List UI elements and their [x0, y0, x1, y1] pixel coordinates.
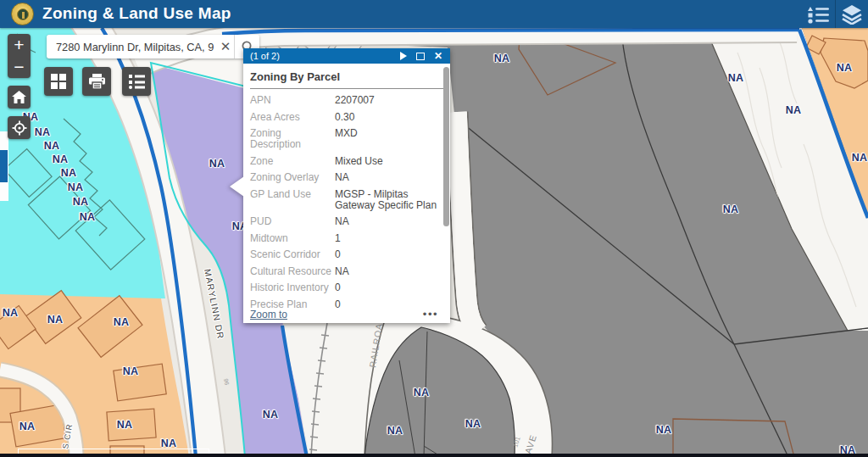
- legend-icon: [808, 5, 830, 24]
- app-title: Zoning & Land Use Map: [42, 0, 231, 27]
- printer-icon: [88, 74, 106, 90]
- field-value: NA: [335, 266, 448, 277]
- field-label: Zoning Overlay: [250, 172, 332, 183]
- field-label: Scenic Corridor: [250, 249, 332, 260]
- popup-pager: (1 of 2): [243, 51, 400, 61]
- print-button[interactable]: [82, 67, 111, 96]
- popup-next-icon[interactable]: [400, 52, 407, 60]
- popup-scrollbar[interactable]: [443, 65, 449, 320]
- popup-field-row: Zoning OverlayNA: [250, 172, 448, 183]
- side-scrollbar[interactable]: [0, 131, 8, 201]
- popup-field-row: Cultural ResourceNA: [250, 266, 448, 277]
- field-value: MGSP - Milpitas Gateway Specific Plan: [335, 189, 448, 211]
- popup-header-icons: ✕: [400, 52, 450, 60]
- popup-maximize-icon[interactable]: [416, 53, 425, 60]
- popup-scrollbar-thumb[interactable]: [443, 67, 449, 226]
- field-label: Area Acres: [250, 112, 332, 123]
- field-value: NA: [335, 172, 448, 183]
- header-actions: [803, 0, 868, 28]
- zoom-in-button[interactable]: +: [8, 34, 31, 56]
- popup-footer: Zoom to •••: [250, 309, 438, 320]
- field-value: 1: [335, 233, 448, 244]
- popup-anchor: [230, 176, 244, 197]
- field-label: Zone: [250, 156, 332, 167]
- popup-zoning-by-parcel: (1 of 2) ✕ Zoning By Parcel APN2207007Ar…: [243, 48, 450, 323]
- popup-field-row: Scenic Corridor0: [250, 249, 448, 260]
- popup-field-row: Midtown1: [250, 233, 448, 244]
- field-label: Zoning Description: [250, 128, 332, 150]
- legend-list-icon: [128, 74, 146, 90]
- popup-fields: APN2207007Area Acres0.30Zoning Descripti…: [250, 95, 448, 310]
- layers-button[interactable]: [836, 0, 868, 28]
- locate-crosshair-icon: [12, 120, 27, 136]
- zoom-control: + −: [8, 34, 31, 78]
- field-label: Midtown: [250, 233, 332, 244]
- basemap-grid-icon: [50, 73, 67, 90]
- field-label: GP Land Use: [250, 189, 332, 211]
- search-clear-icon[interactable]: ✕: [217, 35, 234, 59]
- street-label-96: 96: [223, 378, 230, 386]
- home-button[interactable]: [8, 86, 31, 109]
- app-header: Zoning & Land Use Map: [0, 0, 868, 28]
- field-label: APN: [250, 95, 332, 106]
- popup-title: Zoning By Parcel: [243, 64, 450, 83]
- popup-body: Zoning By Parcel APN2207007Area Acres0.3…: [243, 64, 450, 323]
- field-value: NA: [335, 216, 448, 227]
- locate-button[interactable]: [8, 116, 31, 139]
- field-value: 2207007: [335, 95, 448, 106]
- popup-divider: [250, 88, 443, 89]
- layers-icon: [840, 4, 864, 25]
- popup-field-row: GP Land UseMGSP - Milpitas Gateway Speci…: [250, 189, 448, 211]
- attribute-table-bar[interactable]: [0, 454, 868, 457]
- side-scrollbar-thumb[interactable]: [0, 150, 8, 182]
- field-label: Historic Inventory: [250, 282, 332, 293]
- zoom-out-button[interactable]: −: [8, 56, 31, 78]
- popup-field-row: PUDNA: [250, 216, 448, 227]
- field-value: 0.30: [335, 112, 448, 123]
- home-icon: [12, 91, 26, 104]
- field-value: 0: [335, 249, 448, 260]
- popup-field-row: ZoneMixed Use: [250, 156, 448, 167]
- popup-field-row: Area Acres0.30: [250, 112, 448, 123]
- seal-inner-emblem: [17, 8, 29, 20]
- search-box: ✕: [47, 35, 259, 59]
- zoom-to-link[interactable]: Zoom to: [250, 309, 287, 320]
- basemap-gallery-button[interactable]: [44, 67, 73, 96]
- popup-header[interactable]: (1 of 2) ✕: [243, 48, 450, 64]
- city-seal-logo: [11, 3, 34, 25]
- search-input[interactable]: [47, 36, 217, 58]
- field-value: Mixed Use: [335, 156, 448, 167]
- popup-field-row: APN2207007: [250, 95, 448, 106]
- field-label: Cultural Resource: [250, 266, 332, 277]
- layer-list-button[interactable]: [122, 67, 151, 96]
- field-label: PUD: [250, 216, 332, 227]
- popup-field-row: Zoning DescriptionMXD: [250, 128, 448, 150]
- legend-button[interactable]: [803, 0, 835, 28]
- field-value: MXD: [335, 128, 448, 150]
- field-value: 0: [335, 282, 448, 293]
- zoning-map-app: MARYLINN DR RAILROAD S CIR AVE 101 96 NA…: [0, 0, 868, 457]
- popup-close-icon[interactable]: ✕: [434, 52, 442, 60]
- popup-field-row: Historic Inventory0: [250, 282, 448, 293]
- popup-more-icon[interactable]: •••: [423, 311, 438, 318]
